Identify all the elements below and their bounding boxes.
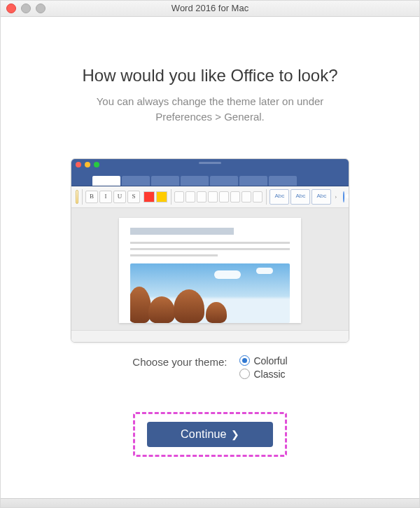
radio-dot-icon (239, 369, 250, 379)
window-root: Word 2016 for Mac How would you like Off… (0, 0, 420, 508)
preview-tab (122, 176, 150, 186)
style-button: Abc (312, 189, 331, 205)
chevron-right-icon: ❯ (231, 429, 239, 440)
align-right-icon (197, 191, 206, 202)
highlight-color-icon (156, 191, 167, 202)
styles-group: Abc Abc Abc (270, 189, 331, 205)
font-color-group (144, 191, 167, 202)
preview-window: B I U S (71, 158, 349, 343)
subtext-line-2: Preferences > General. (155, 111, 265, 123)
preview-doc-image (130, 263, 290, 323)
theme-radio-classic[interactable]: Classic (239, 369, 285, 380)
indent-less-icon (241, 191, 251, 202)
numbering-icon (230, 191, 240, 202)
titlebar: Word 2016 for Mac (1, 1, 419, 17)
preview-minimize-icon (85, 162, 90, 167)
window-footer-strip (1, 498, 419, 507)
align-justify-icon (208, 191, 218, 202)
preview-toolbar: B I U S (71, 186, 349, 208)
subtext-line-1: You can always change the theme later on… (97, 95, 324, 107)
paste-icon (76, 190, 78, 204)
preview-tab (269, 176, 297, 186)
preview-document-page (119, 218, 301, 323)
preview-doc-line (130, 254, 218, 256)
indent-more-icon (253, 191, 262, 202)
font-color-icon (144, 191, 155, 202)
preview-maximize-icon (94, 162, 99, 167)
preview-document-area (71, 208, 349, 330)
theme-radio-colorful[interactable]: Colorful (239, 355, 287, 366)
page-subtext: You can always change the theme later on… (39, 94, 381, 125)
preview-tab (151, 176, 179, 186)
cloud-icon (256, 268, 273, 274)
preview-close-icon (76, 162, 81, 167)
preview-titlebar (71, 159, 349, 172)
paragraph-group (174, 191, 262, 202)
preview-tab (181, 176, 209, 186)
bullets-icon (219, 191, 229, 202)
align-left-icon (174, 191, 184, 202)
preview-ribbon-tabs (71, 172, 349, 186)
preview-grip-icon (199, 162, 221, 164)
continue-button[interactable]: Continue ❯ (147, 422, 273, 447)
theme-preview: B I U S (71, 158, 349, 343)
preview-doc-line (130, 248, 290, 250)
font-style-group: B I U S (85, 191, 140, 203)
theme-chooser: Choose your theme: Colorful Classic (39, 355, 381, 380)
content-area: How would you like Office to look? You c… (1, 66, 419, 457)
radio-label: Classic (253, 369, 285, 380)
cloud-icon (214, 270, 241, 279)
page-heading: How would you like Office to look? (39, 66, 381, 85)
strike-icon: S (127, 191, 140, 203)
preview-tab (239, 176, 267, 186)
preview-doc-line (130, 242, 290, 244)
style-button: Abc (290, 189, 310, 205)
radio-dot-icon (239, 355, 250, 366)
preview-tab (92, 176, 120, 186)
annotation-highlight-box: Continue ❯ (133, 412, 287, 457)
window-title: Word 2016 for Mac (1, 1, 419, 16)
italic-icon: I (99, 191, 112, 203)
radio-label: Colorful (253, 355, 287, 366)
preview-status-bar (71, 330, 349, 342)
style-button: Abc (270, 189, 289, 205)
preview-traffic-lights (76, 162, 99, 167)
bold-icon: B (85, 191, 98, 203)
continue-button-label: Continue (181, 428, 227, 441)
align-center-icon (186, 191, 195, 202)
share-icon (343, 191, 344, 202)
theme-prompt: Choose your theme: (132, 355, 227, 368)
theme-radio-group: Colorful Classic (239, 355, 287, 380)
preview-doc-title (130, 228, 234, 235)
preview-tab (210, 176, 238, 186)
underline-icon: U (113, 191, 126, 203)
chevron-right-icon: › (335, 191, 337, 202)
